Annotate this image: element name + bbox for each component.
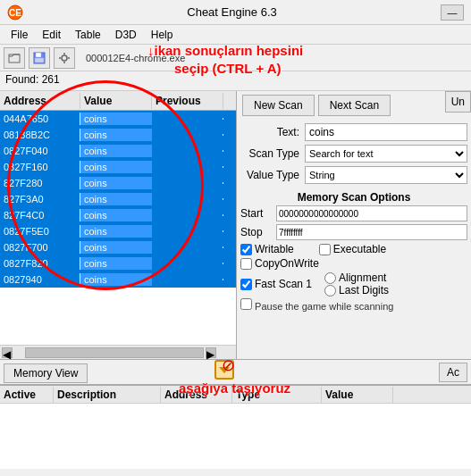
process-label: 000012E4-chrome.exe (86, 53, 185, 63)
cell-address: 827F280 (0, 177, 80, 189)
writable-checkbox[interactable] (240, 244, 252, 255)
add-button[interactable]: Ac (439, 363, 467, 382)
text-input[interactable] (305, 123, 467, 141)
cell-previous (152, 214, 223, 216)
table-row[interactable]: 0827F820 coins (0, 255, 236, 271)
app-icon: CE (7, 4, 23, 21)
right-panel: New Scan Next Scan Un Text: Scan Type Se… (237, 91, 471, 359)
cell-address: 0827F160 (0, 161, 80, 173)
left-panel: Address Value Previous 044A7650 coins 08… (0, 91, 237, 359)
next-scan-button[interactable]: Next Scan (318, 95, 391, 116)
svg-point-6 (62, 55, 67, 61)
col-description: Description (54, 387, 161, 403)
alignment-group: Alignment Last Digits (324, 271, 389, 296)
stop-input[interactable] (276, 224, 467, 240)
cell-value: coins (80, 113, 152, 125)
table-row[interactable]: 0827F700 coins (0, 239, 236, 255)
value-type-row: Value Type String (240, 166, 467, 184)
menu-edit[interactable]: Edit (35, 27, 68, 43)
fast-scan-item[interactable]: Fast Scan 1 (240, 278, 312, 290)
table-row[interactable]: 827F3A0 coins (0, 191, 236, 207)
cell-value: coins (80, 145, 152, 157)
scroll-thumb[interactable] (25, 347, 204, 358)
table-row[interactable]: 827F4C0 coins (0, 207, 236, 223)
save-button[interactable] (29, 47, 50, 69)
cell-address: 0827940 (0, 273, 80, 286)
executable-checkbox-item[interactable]: Executable (319, 243, 386, 255)
cell-address: 0827F5E0 (0, 225, 80, 238)
svg-text:CE: CE (9, 8, 21, 18)
executable-checkbox[interactable] (319, 244, 331, 255)
scan-type-row: Scan Type Search for text (240, 145, 467, 163)
cell-previous (152, 118, 223, 120)
move-down-button[interactable] (214, 360, 234, 380)
cell-address: 0827F040 (0, 145, 80, 157)
settings-button[interactable] (54, 47, 75, 69)
cell-previous (152, 198, 223, 200)
col-scroll (223, 99, 238, 103)
memory-view-button[interactable]: Memory View (4, 363, 88, 383)
writable-checkbox-item[interactable]: Writable (240, 243, 294, 255)
cell-previous (152, 263, 223, 264)
cell-value: coins (80, 257, 152, 270)
memory-scan-options-label: Memory Scan Options (240, 191, 467, 204)
executable-label: Executable (333, 243, 386, 255)
bottom-rows[interactable] (0, 404, 471, 469)
scroll-left[interactable]: ◀ (2, 347, 13, 358)
menu-d3d[interactable]: D3D (108, 27, 144, 43)
start-input[interactable] (276, 205, 467, 221)
window-controls: — (441, 4, 464, 21)
stop-row: Stop (240, 224, 467, 240)
table-row[interactable]: 0827F040 coins (0, 143, 236, 159)
cell-previous (152, 134, 223, 136)
cell-value: coins (80, 241, 152, 254)
scan-type-select[interactable]: Search for text (305, 145, 467, 163)
scan-type-label: Scan Type (240, 147, 305, 160)
menu-help[interactable]: Help (144, 27, 181, 43)
scroll-right[interactable]: ▶ (206, 347, 216, 358)
fast-scan-checkbox[interactable] (240, 279, 252, 290)
pause-label: Pause the game while scanning (255, 301, 393, 312)
table-row[interactable]: 827F280 coins (0, 175, 236, 191)
cell-address: 08138B2C (0, 129, 80, 141)
value-type-label: Value Type (240, 169, 305, 181)
col-value-bottom: Value (322, 387, 393, 403)
text-label: Text: (240, 126, 305, 138)
alignment-label: Alignment (339, 271, 386, 284)
lastdigits-label: Last Digits (339, 284, 389, 296)
text-field-row: Text: (240, 123, 467, 141)
table-row[interactable]: 0827940 coins (0, 271, 236, 288)
col-previous: Previous (152, 93, 223, 109)
cell-address: 827F3A0 (0, 193, 80, 205)
copyonwrite-checkbox-item[interactable]: CopyOnWrite (240, 257, 319, 270)
menu-table[interactable]: Table (68, 27, 108, 43)
scan-buttons: New Scan Next Scan Un (240, 95, 467, 116)
value-type-select[interactable]: String (305, 166, 467, 184)
bottom-table-header: Active Description Address Type Value (0, 386, 471, 404)
table-row[interactable]: 0827F5E0 coins (0, 223, 236, 239)
lastdigits-radio[interactable] (324, 285, 336, 296)
pause-checkbox[interactable] (240, 298, 252, 310)
cell-value: coins (80, 161, 152, 173)
minimize-button[interactable]: — (441, 4, 464, 21)
un-button[interactable]: Un (445, 91, 471, 113)
table-row[interactable]: 044A7650 coins (0, 111, 236, 127)
open-button[interactable] (4, 47, 25, 69)
horizontal-scrollbar[interactable]: ◀ ▶ (0, 345, 236, 359)
address-table[interactable]: 044A7650 coins 08138B2C coins 0827F040 c… (0, 111, 236, 345)
lastdigits-radio-item[interactable]: Last Digits (324, 284, 389, 296)
cell-value: coins (80, 129, 152, 141)
cell-address: 044A7650 (0, 113, 80, 125)
cell-address: 827F4C0 (0, 209, 80, 221)
alignment-radio[interactable] (324, 272, 336, 284)
alignment-radio-item[interactable]: Alignment (324, 271, 389, 284)
col-value: Value (80, 93, 152, 109)
toolbar: 000012E4-chrome.exe (0, 45, 471, 71)
copyonwrite-checkbox[interactable] (240, 258, 252, 270)
table-row[interactable]: 08138B2C coins (0, 127, 236, 143)
cell-previous (152, 279, 223, 280)
new-scan-button[interactable]: New Scan (242, 95, 315, 116)
start-label: Start (240, 207, 273, 220)
menu-file[interactable]: File (4, 27, 35, 43)
table-row[interactable]: 0827F160 coins (0, 159, 236, 175)
